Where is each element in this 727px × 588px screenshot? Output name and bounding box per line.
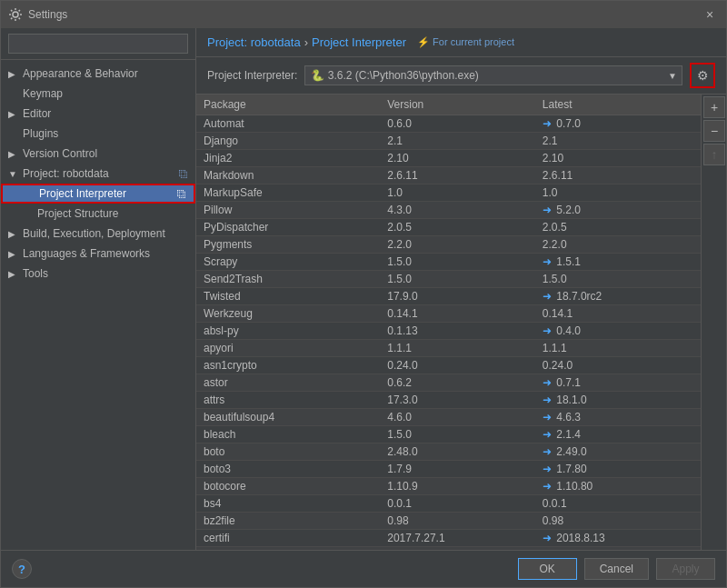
sidebar-item-label: Keymap: [23, 87, 188, 100]
add-package-button[interactable]: +: [703, 96, 725, 118]
table-row[interactable]: astor0.6.2➜ 0.7.1: [196, 374, 701, 392]
table-row[interactable]: Automat0.6.0➜ 0.7.0: [196, 115, 701, 133]
upgrade-arrow-icon: ➜: [543, 549, 554, 550]
table-row[interactable]: attrs17.3.0➜ 18.1.0: [196, 392, 701, 409]
upgrade-arrow-icon: ➜: [543, 117, 554, 130]
table-row[interactable]: MarkupSafe1.01.0: [196, 184, 701, 202]
packages-table-wrapper[interactable]: Package Version Latest Automat0.6.0➜ 0.7…: [196, 95, 701, 550]
table-row[interactable]: Markdown2.6.112.6.11: [196, 167, 701, 184]
search-input[interactable]: [8, 34, 188, 54]
package-latest: 2.6.11: [535, 167, 701, 184]
interpreter-select-wrapper: 🐍 3.6.2 (C:\Python36\python.exe) ▼: [304, 65, 682, 85]
table-row[interactable]: Werkzeug0.14.10.14.1: [196, 305, 701, 323]
table-row[interactable]: bs40.0.10.0.1: [196, 495, 701, 513]
sidebar-item-tools[interactable]: ▶ Tools: [1, 264, 195, 284]
package-version: 0.98: [380, 513, 535, 530]
table-row[interactable]: bleach1.5.0➜ 2.1.4: [196, 426, 701, 443]
package-version: 2.0.5: [380, 219, 535, 236]
package-latest: 2.2.0: [535, 236, 701, 254]
move-up-button[interactable]: ↑: [703, 144, 725, 165]
package-version: 4.6.0: [380, 409, 535, 426]
package-name: Send2Trash: [196, 271, 380, 288]
apply-button[interactable]: Apply: [656, 558, 715, 580]
ok-button[interactable]: OK: [518, 558, 577, 580]
table-row[interactable]: certifi2017.7.27.1➜ 2018.8.13: [196, 530, 701, 547]
sidebar-item-label: Editor: [23, 107, 188, 120]
package-name: Django: [196, 133, 380, 150]
table-row[interactable]: Twisted17.9.0➜ 18.7.0rc2: [196, 288, 701, 305]
package-latest: ➜ 0.7.0: [535, 115, 701, 133]
table-row[interactable]: cffi1.11.2➜ 1.11.5: [196, 547, 701, 551]
table-row[interactable]: Send2Trash1.5.01.5.0: [196, 271, 701, 288]
gear-icon: ⚙: [697, 68, 709, 83]
table-row[interactable]: absl-py0.1.13➜ 0.4.0: [196, 323, 701, 340]
table-row[interactable]: beautifulsoup44.6.0➜ 4.6.3: [196, 409, 701, 426]
title-bar: Settings ×: [1, 1, 726, 28]
table-row[interactable]: Scrapy1.5.0➜ 1.5.1: [196, 254, 701, 271]
table-row[interactable]: botocore1.10.9➜ 1.10.80: [196, 478, 701, 495]
sidebar-item-plugins[interactable]: Plugins: [1, 124, 195, 144]
package-latest: 2.1: [535, 133, 701, 150]
sidebar-item-label: Plugins: [23, 127, 188, 140]
copy-icon: ⿻: [177, 189, 186, 199]
package-version: 1.11.2: [380, 547, 535, 551]
upgrade-arrow-icon: ➜: [543, 376, 554, 389]
package-latest: ➜ 2018.8.13: [535, 530, 701, 547]
package-latest: ➜ 2.49.0: [535, 443, 701, 461]
package-version: 17.3.0: [380, 392, 535, 409]
sidebar-item-project-interpreter[interactable]: Project Interpreter ⿻: [1, 184, 195, 204]
table-row[interactable]: Pygments2.2.02.2.0: [196, 236, 701, 254]
package-name: Scrapy: [196, 254, 380, 271]
interpreter-row: Project Interpreter: 🐍 3.6.2 (C:\Python3…: [196, 57, 726, 95]
packages-table: Package Version Latest Automat0.6.0➜ 0.7…: [196, 95, 701, 550]
package-latest: 2.10: [535, 150, 701, 167]
package-name: Jinja2: [196, 150, 380, 167]
table-row[interactable]: Pillow4.3.0➜ 5.2.0: [196, 202, 701, 219]
col-header-latest[interactable]: Latest: [535, 95, 701, 115]
sidebar-item-appearance[interactable]: ▶ Appearance & Behavior: [1, 64, 195, 84]
table-row[interactable]: Django2.12.1: [196, 133, 701, 150]
help-button[interactable]: ?: [12, 559, 32, 579]
package-version: 0.14.1: [380, 305, 535, 323]
package-name: Automat: [196, 115, 380, 133]
table-row[interactable]: boto31.7.9➜ 1.7.80: [196, 461, 701, 478]
upgrade-arrow-icon: ➜: [543, 411, 554, 424]
package-latest: ➜ 5.2.0: [535, 202, 701, 219]
package-latest: 1.0: [535, 184, 701, 202]
cancel-button[interactable]: Cancel: [584, 558, 649, 580]
sidebar-item-keymap[interactable]: Keymap: [1, 84, 195, 104]
table-row[interactable]: boto2.48.0➜ 2.49.0: [196, 443, 701, 461]
package-version: 2.1: [380, 133, 535, 150]
sidebar-item-project-robotdata[interactable]: ▼ Project: robotdata ⿻: [1, 164, 195, 184]
breadcrumb-project[interactable]: Project: robotdata: [207, 35, 301, 49]
sidebar-item-build-execution[interactable]: ▶ Build, Execution, Deployment: [1, 224, 195, 244]
sidebar-item-languages-frameworks[interactable]: ▶ Languages & Frameworks: [1, 244, 195, 264]
sidebar-item-project-structure[interactable]: Project Structure: [1, 204, 195, 224]
arrow-icon: ▶: [8, 249, 23, 259]
package-latest: ➜ 18.7.0rc2: [535, 288, 701, 305]
sidebar-item-label: Project Interpreter: [39, 187, 174, 200]
col-header-package[interactable]: Package: [196, 95, 380, 115]
package-name: Pygments: [196, 236, 380, 254]
breadcrumb-note: ⚡ For current project: [417, 36, 514, 48]
dialog-footer: ? OK Cancel Apply: [1, 550, 726, 587]
table-row[interactable]: asn1crypto0.24.00.24.0: [196, 357, 701, 374]
table-row[interactable]: Jinja22.102.10: [196, 150, 701, 167]
interpreter-select[interactable]: 🐍 3.6.2 (C:\Python36\python.exe): [304, 65, 682, 85]
package-latest: 1.5.0: [535, 271, 701, 288]
search-box: [1, 28, 195, 60]
col-header-version[interactable]: Version: [380, 95, 535, 115]
gear-button[interactable]: ⚙: [690, 63, 715, 88]
sidebar-item-editor[interactable]: ▶ Editor: [1, 104, 195, 124]
table-row[interactable]: PyDispatcher2.0.52.0.5: [196, 219, 701, 236]
table-row[interactable]: bz2file0.980.98: [196, 513, 701, 530]
package-name: Werkzeug: [196, 305, 380, 323]
close-button[interactable]: ×: [701, 5, 719, 24]
package-name: asn1crypto: [196, 357, 380, 374]
breadcrumb-current: Project Interpreter: [312, 35, 406, 49]
remove-package-button[interactable]: −: [703, 120, 725, 142]
upgrade-arrow-icon: ➜: [543, 290, 554, 303]
table-row[interactable]: apyori1.1.11.1.1: [196, 340, 701, 357]
package-latest: ➜ 18.1.0: [535, 392, 701, 409]
sidebar-item-version-control[interactable]: ▶ Version Control: [1, 144, 195, 164]
